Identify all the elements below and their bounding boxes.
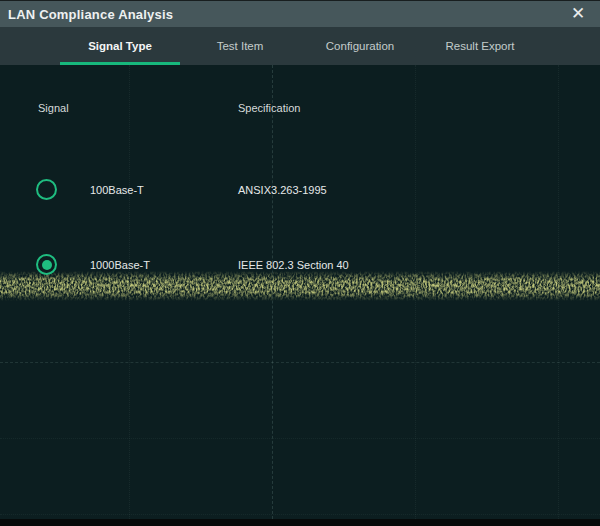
graticule-hline [0,438,600,439]
tab-label: Configuration [326,40,394,52]
dialog-tab-bar: Signal Type Test Item Configuration Resu… [0,27,600,65]
signal-name: 100Base-T [90,184,144,196]
tab-signal-type[interactable]: Signal Type [60,27,180,65]
tab-label: Signal Type [88,40,152,52]
graticule-hline [0,514,600,515]
tab-label: Result Export [445,40,514,52]
radio-100base-t[interactable] [36,179,57,200]
signal-row-1000base-t[interactable]: 1000Base-T IEEE 802.3 Section 40 [0,243,600,287]
close-icon[interactable]: ✕ [562,0,594,27]
dialog-title: LAN Compliance Analysis [8,7,173,22]
radio-1000base-t[interactable] [36,254,57,275]
signal-specification: ANSIX3.263-1995 [238,184,327,196]
signal-row-100base-t[interactable]: 100Base-T ANSIX3.263-1995 [0,168,600,212]
dialog-title-bar: LAN Compliance Analysis [0,0,600,27]
tab-configuration[interactable]: Configuration [300,27,420,65]
column-header-specification: Specification [238,102,300,114]
column-header-signal: Signal [38,102,69,114]
tab-result-export[interactable]: Result Export [420,27,540,65]
tab-label: Test Item [217,40,264,52]
signal-name: 1000Base-T [90,259,150,271]
radio-dot [42,260,52,270]
tab-test-item[interactable]: Test Item [180,27,300,65]
graticule-center-hline [0,362,600,363]
signal-specification: IEEE 802.3 Section 40 [238,259,349,271]
screen-bottom-edge [0,519,600,526]
lan-compliance-dialog: LAN Compliance Analysis ✕ Signal Type Te… [0,0,600,526]
